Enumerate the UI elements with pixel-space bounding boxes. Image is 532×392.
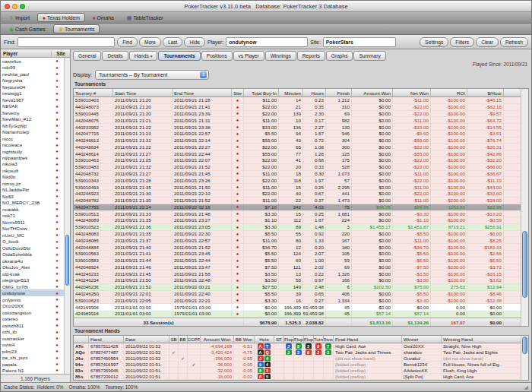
player-list-item[interactable]: nicoleace♠ xyxy=(1,141,64,147)
table-row[interactable]: 5390105832011/09/21 21:442011/09/21 22:4… xyxy=(74,258,521,264)
player-list-item[interactable]: outcracker♠ xyxy=(1,335,64,341)
site-input[interactable]: PokerStars xyxy=(323,37,396,47)
column-header-tourney[interactable]: Tourney # xyxy=(74,89,113,96)
hands-scrollbar[interactable] xyxy=(521,336,528,380)
table-row[interactable]: 5390104932011/09/21 21:352011/09/21 21:5… xyxy=(74,184,521,191)
table-row[interactable]: 4420487822011/09/21 21:302011/09/21 21:5… xyxy=(74,198,521,204)
table-row[interactable]: 4249899162011/01/01 03:001979/01/01 03:0… xyxy=(74,311,521,318)
player-list-item[interactable]: ostereo♠ xyxy=(1,315,64,321)
table-row[interactable]: 4402486142011/09/21 21:272011/09/21 22:4… xyxy=(74,150,521,157)
clear-button[interactable]: Clear xyxy=(476,37,499,47)
player-list-item[interactable]: nok71♠ xyxy=(1,213,64,219)
tournaments-scrollbar-thumb[interactable] xyxy=(522,231,527,297)
tab-texas-holdem[interactable]: ♠Texas Holdem xyxy=(37,13,85,22)
refresh-button[interactable]: Refresh xyxy=(500,37,528,47)
player-list-item[interactable]: Norris9911♠ xyxy=(1,219,64,225)
column-header-site[interactable]: Site xyxy=(232,89,244,96)
table-row[interactable]: 4420477552011/09/21 22:142011/09/22 02:1… xyxy=(74,204,521,211)
table-row[interactable]: 4420488342011/09/21 21:402011/09/21 21:5… xyxy=(74,244,521,251)
table-row[interactable]: 4402462502011/09/21 22:012011/09/21 22:4… xyxy=(74,291,521,298)
column-header-start-time[interactable]: Start Time xyxy=(113,89,173,96)
sidebar-scrollbar[interactable] xyxy=(64,58,70,374)
player-list-item[interactable]: nechita_paul♠ xyxy=(1,71,64,77)
table-row[interactable]: 5390106232011/09/21 22:052011/09/21 22:2… xyxy=(74,297,521,304)
hand-row[interactable]: ATo678575114282011/09/22 01:52-4,694,168… xyxy=(74,343,521,349)
hands-scrollbar-thumb[interactable] xyxy=(522,337,527,354)
column-header-flop-12[interactable]: Flop xyxy=(304,336,314,343)
player-list-item[interactable]: Negrysha♠ xyxy=(1,77,64,83)
player-list-item[interactable]: ostrich811♠ xyxy=(1,322,64,328)
tab-tournaments[interactable]: ♛Tournaments xyxy=(53,24,100,33)
display-dropdown[interactable]: Tournaments -- By Tournament ⇕ xyxy=(95,70,209,80)
player-list-item[interactable]: othi_tb♠ xyxy=(1,328,64,334)
player-list-item[interactable]: Niarlanhotep♠ xyxy=(1,128,64,134)
hand-row[interactable]: 94o678574169972011/09/22 01:51✓-36,000-0… xyxy=(74,362,521,368)
player-list-item[interactable]: p4rc23♠ xyxy=(1,348,64,354)
close-button[interactable] xyxy=(5,4,10,9)
column-header-amount-won[interactable]: Amount Won xyxy=(352,89,393,96)
hand-row[interactable]: 83o678573590462011/09/22 01:51-32,000-0.… xyxy=(74,368,521,374)
tab-import[interactable]: ⇩Import xyxy=(4,13,35,22)
player-list-item[interactable]: noatakk♠ xyxy=(1,206,64,212)
table-row[interactable]: 5390105132011/09/21 21:332011/09/21 21:4… xyxy=(74,210,521,217)
column-header-bb-4[interactable]: BB xyxy=(179,336,188,343)
hide-button[interactable]: Hide xyxy=(184,37,205,47)
player-list-item[interactable]: OMG_ImT8t♠ xyxy=(1,283,64,289)
player-list-item[interactable]: nUeU_MC♠ xyxy=(1,232,64,238)
hand-row[interactable]: J4o678574509542011/09/22 01:52✓-396,000-… xyxy=(74,356,521,362)
table-row[interactable]: 4402466132011/09/21 21:312011/09/21 22:1… xyxy=(74,138,521,144)
column-header-hand-type[interactable] xyxy=(74,336,89,343)
player-list-item[interactable]: nizmo jiz♠ xyxy=(1,180,64,186)
column-header-net-won[interactable]: Net Won xyxy=(393,89,431,96)
table-row[interactable]: 4402480832011/09/21 21:352011/09/21 22:3… xyxy=(74,231,521,238)
find-input[interactable] xyxy=(17,37,115,47)
player-list-item[interactable]: NEVAK♠ xyxy=(1,103,64,109)
player-list-item[interactable]: Neptune04♠ xyxy=(1,84,64,90)
more-button[interactable]: More xyxy=(139,37,161,47)
player-list-item[interactable]: NLJaddiePkr♠ xyxy=(1,187,64,193)
column-header-total-buy-in[interactable]: Total Buy-In xyxy=(244,89,279,96)
column-header-sb-3[interactable]: SB xyxy=(169,336,179,343)
player-list-item[interactable]: nasrelius♠ xyxy=(1,58,64,64)
table-row[interactable]: 5390103432011/09/21 21:282011/09/21 23:2… xyxy=(74,177,521,184)
player-list-item[interactable]: nijlpaardpek♠ xyxy=(1,154,64,160)
player-list-item[interactable]: nightbully♠ xyxy=(1,148,64,154)
player-list-item[interactable]: NhTyGqWp♠ xyxy=(1,122,64,128)
tournaments-scrollbar[interactable] xyxy=(521,89,528,326)
player-list-item[interactable]: NorTHCrew♠ xyxy=(1,226,64,232)
table-row[interactable]: 4420462362011/09/21 21:522011/09/22 00:2… xyxy=(74,284,521,291)
hand-row[interactable]: 85o678573390122011/09/22 01:51-16,000-0.… xyxy=(74,374,521,380)
player-list-item[interactable]: old-kvak♠ xyxy=(1,270,64,277)
column-header-turn-13[interactable]: Turn xyxy=(314,336,324,343)
table-row[interactable]: 4420489242011/09/21 21:462011/09/21 23:4… xyxy=(74,264,521,271)
zoom-button[interactable] xyxy=(20,4,25,9)
player-list-item[interactable]: nestegg1♠ xyxy=(1,90,64,96)
player-list-item[interactable]: nikola3♠ xyxy=(1,161,64,167)
player-column-header[interactable]: Player xyxy=(1,51,52,56)
tab-hands[interactable]: Hands▾ xyxy=(129,51,158,61)
table-row[interactable]: 5390104452011/09/21 21:202011/09/21 23:3… xyxy=(74,111,521,118)
player-list-item[interactable]: oksana4u♠ xyxy=(1,258,64,264)
column-header-winning-hand-17[interactable]: Winning Hand xyxy=(442,336,521,343)
tab-graphs[interactable]: Graphs xyxy=(326,51,353,61)
sidebar-scrollbar-thumb[interactable] xyxy=(65,235,69,286)
player-list-item[interactable]: onlyemis♠ xyxy=(1,296,64,302)
table-row[interactable]: 4420480752011/09/21 21:212011/09/21 21:3… xyxy=(74,117,521,124)
player-list-item[interactable]: pa_shi_puni♠ xyxy=(1,354,64,360)
table-row[interactable]: 5390104832011/09/21 21:322011/09/21 21:5… xyxy=(74,164,521,171)
player-list-item[interactable]: Neva1987♠ xyxy=(1,96,64,103)
tab-tabletracker[interactable]: ▦TableTracker xyxy=(122,13,169,22)
player-list-item[interactable]: niccc♠ xyxy=(1,135,64,141)
column-header-minutes[interactable]: Minutes xyxy=(279,89,303,96)
column-header-hours[interactable]: Hours xyxy=(303,89,326,96)
player-list-item[interactable]: Oniz20XX♠ xyxy=(1,302,64,308)
player-list-item[interactable]: nikosoft♠ xyxy=(1,167,64,173)
column-header-date-2[interactable]: Date xyxy=(124,336,169,343)
column-header-roi[interactable]: ROI xyxy=(431,89,467,96)
filters-button[interactable]: Filters xyxy=(450,37,474,47)
player-list-item[interactable]: papala..♠ xyxy=(1,361,64,367)
player-input[interactable]: ondutynow xyxy=(226,37,308,47)
tab-tournaments[interactable]: Tournaments xyxy=(158,51,200,61)
table-row[interactable]: 4402339522011/09/21 21:222011/09/21 23:3… xyxy=(74,124,521,131)
column-header-amount-won-6[interactable]: Amount Won xyxy=(201,336,234,343)
